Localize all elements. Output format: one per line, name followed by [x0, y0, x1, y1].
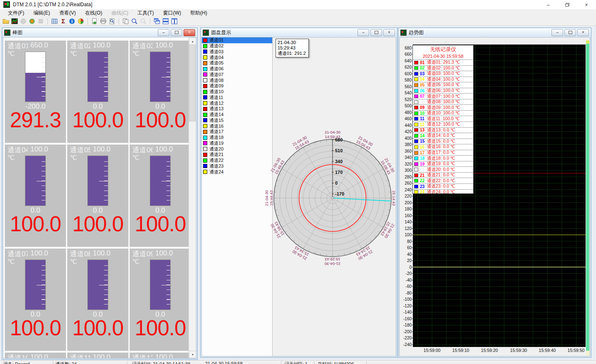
- status-bar: 设备: Record通道数: 24记录时间: 21-04-30 14:51:38…: [0, 360, 596, 364]
- pie-chart-icon[interactable]: [77, 18, 84, 25]
- print-icon[interactable]: [99, 18, 107, 25]
- channel-list-item[interactable]: 通道12: [202, 100, 272, 106]
- menu-item[interactable]: 在线(O): [80, 9, 107, 17]
- disc-window-titlebar[interactable]: 圆盘显示 – ×: [201, 28, 397, 37]
- minimize-button[interactable]: –: [539, 0, 558, 9]
- channel-list-item[interactable]: 通道24: [202, 169, 272, 175]
- channel-list-item[interactable]: 通道09: [202, 83, 272, 89]
- main-titlebar[interactable]: DTM 2.0.1 [C:\DTM 2.0.2\RealData] – ×: [0, 0, 596, 9]
- menu-item[interactable]: 文件(F): [3, 9, 29, 17]
- channel-list-item[interactable]: 通道23: [202, 163, 272, 169]
- zoom-in-icon[interactable]: [131, 18, 138, 25]
- minimize-button[interactable]: –: [551, 29, 563, 36]
- channel-list-item[interactable]: 通道03: [202, 49, 272, 55]
- menu-item[interactable]: 工具(T): [133, 9, 158, 17]
- channel-list-item[interactable]: 通道01: [202, 37, 272, 43]
- channel-list-item[interactable]: 通道20: [202, 146, 272, 152]
- channel-color-swatch: [203, 153, 207, 157]
- channel-list-item[interactable]: 通道05: [202, 60, 272, 66]
- realtime-curve-icon[interactable]: [11, 18, 18, 25]
- trend-window-titlebar[interactable]: 趋势图 – ×: [399, 28, 591, 37]
- scrollbar-top-cap: [586, 40, 589, 44]
- channel-list-item[interactable]: 通道21: [202, 152, 272, 158]
- trend-scrollbar[interactable]: [586, 40, 589, 356]
- cascade-windows-icon[interactable]: [153, 18, 161, 25]
- statistics-icon[interactable]: Σ: [60, 18, 67, 25]
- menu-item[interactable]: 查看(V): [55, 9, 80, 17]
- print-preview-icon[interactable]: [108, 18, 116, 25]
- scroll-up-icon[interactable]: ▲: [189, 37, 196, 45]
- trend-window-body: 6806606406206005805605405205004804604404…: [399, 37, 590, 357]
- close-button[interactable]: ×: [577, 29, 589, 36]
- bar-chart-window: 棒图 – × 通道01650.0℃-200.0291.3通道02100.0℃0.…: [2, 27, 198, 360]
- channel-list-item[interactable]: 通道15: [202, 118, 272, 124]
- status-separator: [281, 361, 281, 364]
- menu-item[interactable]: 编辑(E): [29, 9, 55, 17]
- gauge-bar: [25, 156, 46, 206]
- restore-button[interactable]: [558, 0, 577, 9]
- tooltip-date: 21-04-30: [278, 40, 307, 45]
- trend-window-title: 趋势图: [409, 29, 424, 36]
- tile-vertical-icon[interactable]: [171, 18, 178, 25]
- gauge-max-value: 100.0: [155, 145, 173, 155]
- channel-list-item[interactable]: 通道14: [202, 112, 272, 118]
- channel-list-item[interactable]: 通道11: [202, 95, 272, 101]
- trend-y-tick: 540: [400, 91, 412, 95]
- legend-channel-value: 通道24: 0.0 ℃: [427, 189, 455, 194]
- gauge-current-value: 100.0: [67, 109, 128, 132]
- scrollbar-thumb[interactable]: [189, 45, 196, 121]
- bar-window-titlebar[interactable]: 棒图 – ×: [2, 28, 197, 37]
- channel-list-item[interactable]: 通道16: [202, 123, 272, 129]
- trend-y-tick: 400: [400, 136, 412, 141]
- scroll-down-icon[interactable]: ▼: [189, 351, 196, 358]
- channel-list-item[interactable]: 通道13: [202, 106, 272, 112]
- maximize-button[interactable]: [564, 29, 576, 36]
- legend-channel-number: 18: [420, 156, 427, 161]
- maximize-button[interactable]: [370, 29, 382, 36]
- channel-list-item[interactable]: 通道08: [202, 77, 272, 83]
- channel-list-item[interactable]: 通道10: [202, 89, 272, 95]
- legend-channel-number: 14: [420, 134, 427, 138]
- legend-channel-value: 通道16: 0.0 ℃: [427, 144, 455, 150]
- trend-y-tick: 520: [400, 97, 412, 102]
- svg-text:0: 0: [335, 181, 338, 186]
- menu-item[interactable]: 窗口(W): [159, 9, 186, 17]
- close-button[interactable]: ×: [184, 29, 195, 36]
- channel-list-item[interactable]: 通道02: [202, 43, 272, 49]
- record-icon[interactable]: [28, 18, 36, 25]
- gauge-current-value: 100.0: [130, 213, 191, 236]
- channel-list-item[interactable]: 通道06: [202, 66, 272, 72]
- copy-icon[interactable]: [122, 18, 129, 25]
- channel-label: 通道18: [209, 134, 224, 141]
- channel-color-swatch: [203, 136, 207, 140]
- channel-label: 通道14: [209, 111, 224, 118]
- channel-list-item[interactable]: 通道19: [202, 141, 272, 146]
- channel-list-item[interactable]: 通道22: [202, 158, 272, 163]
- minimize-button[interactable]: –: [158, 29, 169, 36]
- gauge-unit: ℃: [7, 258, 15, 265]
- gauge-channel-name: 通道08: [70, 249, 90, 259]
- channel-label: 通道17: [209, 129, 224, 135]
- maximize-button[interactable]: [171, 29, 182, 36]
- trend-y-tick: 320: [400, 162, 412, 166]
- data-table-icon[interactable]: [51, 18, 58, 25]
- channel-list-item[interactable]: 通道07: [202, 72, 272, 78]
- export-icon[interactable]: [91, 18, 98, 25]
- menu-item[interactable]: 帮助(H): [186, 9, 212, 17]
- trend-y-tick: 240: [400, 188, 412, 192]
- open-file-icon[interactable]: [2, 18, 10, 25]
- legend-channel-number: 15: [420, 139, 427, 144]
- tile-horizontal-icon[interactable]: [162, 18, 169, 25]
- bar-window-scrollbar[interactable]: ▲ ▼: [189, 37, 196, 358]
- channel-list-item[interactable]: 通道04: [202, 54, 272, 60]
- status-item: 记录间隔: 1: [284, 361, 308, 364]
- close-button[interactable]: ×: [383, 29, 395, 36]
- channel-list-item[interactable]: 通道18: [202, 135, 272, 141]
- minimize-button[interactable]: –: [358, 29, 369, 36]
- trend-y-tick: 660: [400, 52, 412, 57]
- scrollbar-thumb[interactable]: [586, 351, 589, 356]
- trend-y-tick: -120: [400, 304, 412, 308]
- close-button[interactable]: ×: [577, 0, 596, 9]
- channel-list-item[interactable]: 通道17: [202, 129, 272, 135]
- info-icon[interactable]: i: [68, 18, 76, 25]
